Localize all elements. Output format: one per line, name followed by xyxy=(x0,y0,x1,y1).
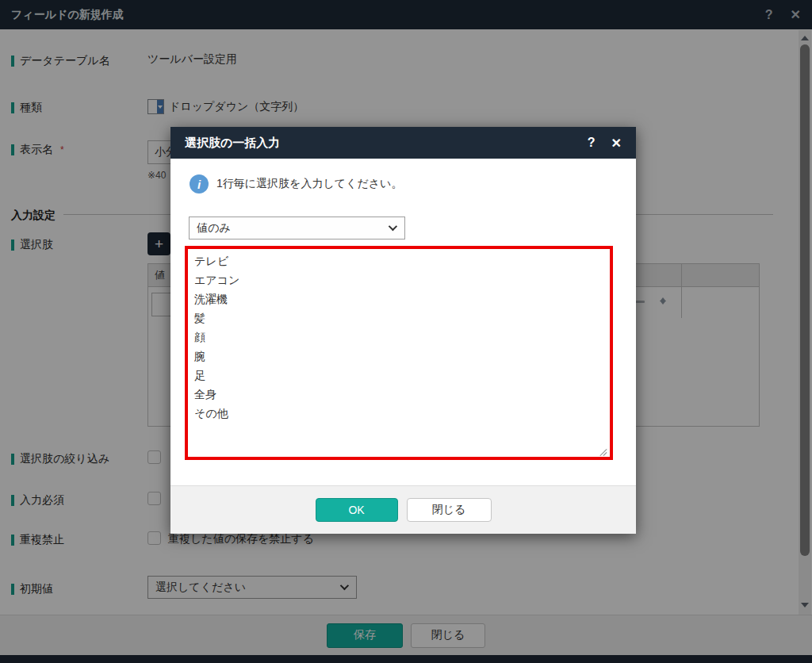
info-row: i 1行毎に選択肢を入力してください。 xyxy=(190,174,402,194)
ok-button[interactable]: OK xyxy=(316,498,398,522)
resize-handle-icon[interactable] xyxy=(599,446,608,455)
value-mode-select[interactable]: 値のみ xyxy=(189,217,405,240)
modal-close-icon[interactable]: ✕ xyxy=(611,136,622,151)
chevron-down-icon xyxy=(389,222,397,231)
batch-input-modal-titlebar: 選択肢の一括入力 ? ✕ xyxy=(170,127,636,159)
modal-close-button[interactable]: 閉じる xyxy=(407,498,492,522)
choices-highlight-frame: テレビ エアコン 洗濯機 髪 顔 腕 足 全身 その他 xyxy=(185,246,613,460)
batch-input-modal-title: 選択肢の一括入力 xyxy=(185,136,280,151)
info-icon: i xyxy=(190,174,209,194)
screen: フィールドの新規作成 ? ✕ データテーブル名 ツールバー設定用 種類 ドロップ… xyxy=(0,0,812,663)
choices-textarea[interactable]: テレビ エアコン 洗濯機 髪 顔 腕 足 全身 その他 xyxy=(188,249,610,457)
batch-input-modal: 選択肢の一括入力 ? ✕ i 1行毎に選択肢を入力してください。 値のみ テレビ… xyxy=(170,127,636,534)
modal-footer: OK 閉じる xyxy=(170,485,636,534)
modal-help-icon[interactable]: ? xyxy=(588,136,596,151)
info-text: 1行毎に選択肢を入力してください。 xyxy=(216,177,402,191)
